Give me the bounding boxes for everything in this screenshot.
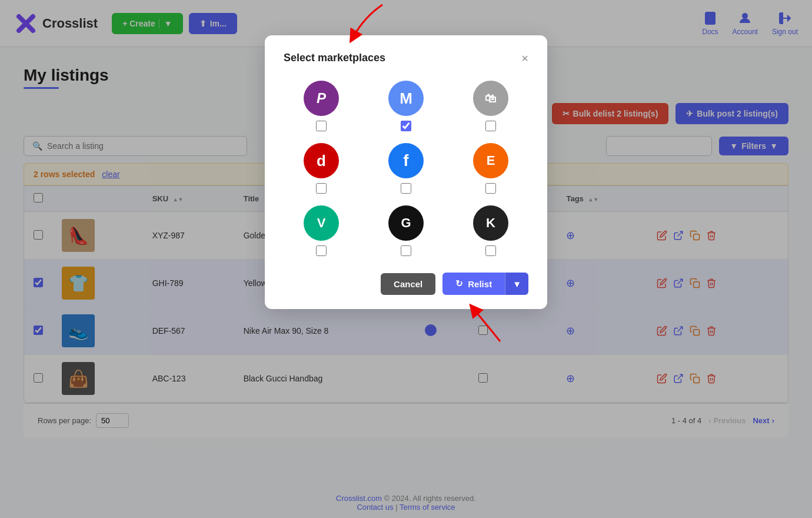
marketplace-item: 🛍 [453, 81, 528, 131]
marketplace-item: G [368, 205, 444, 256]
marketplace-logo-depop: d [304, 143, 339, 178]
marketplace-logo-mercari: M [388, 81, 424, 116]
relist-group: ↻ Relist ▼ [442, 273, 528, 295]
marketplace-grid: P M 🛍 d f E [284, 81, 528, 256]
marketplace-item: K [453, 205, 528, 256]
marketplace-checkbox-kidizen[interactable] [485, 245, 496, 256]
select-marketplaces-modal: Select marketplaces × P M 🛍 d [265, 35, 547, 309]
marketplace-checkbox-shopify[interactable] [485, 121, 496, 131]
relist-icon: ↻ [455, 278, 463, 289]
marketplace-logo-kidizen: K [473, 205, 508, 241]
red-arrow-1 [341, 0, 388, 46]
relist-dropdown-button[interactable]: ▼ [505, 273, 528, 295]
marketplace-logo-poshmark: P [304, 81, 339, 116]
marketplace-checkbox-mercari[interactable] [401, 121, 411, 131]
marketplace-logo-shopify: 🛍 [473, 81, 508, 116]
modal-title: Select marketplaces [284, 52, 385, 64]
cancel-button[interactable]: Cancel [381, 273, 435, 295]
marketplace-checkbox-vinted[interactable] [316, 245, 327, 256]
modal-overlay[interactable]: Select marketplaces × P M 🛍 d [0, 0, 812, 518]
marketplace-item: f [368, 143, 444, 194]
marketplace-item: M [368, 81, 444, 131]
marketplace-item: E [453, 143, 528, 194]
red-arrow-2 [465, 303, 512, 344]
marketplace-logo-grailed: G [388, 205, 424, 241]
marketplace-checkbox-grailed[interactable] [401, 245, 411, 256]
marketplace-checkbox-etsy[interactable] [485, 183, 496, 194]
marketplace-item: V [284, 205, 359, 256]
marketplace-logo-etsy: E [473, 143, 508, 178]
modal-close-button[interactable]: × [521, 52, 528, 64]
marketplace-logo-facebook: f [388, 143, 424, 178]
marketplace-checkbox-depop[interactable] [316, 183, 327, 194]
relist-button[interactable]: ↻ Relist [442, 273, 505, 295]
modal-footer: Cancel ↻ Relist ▼ [284, 273, 528, 295]
marketplace-item: d [284, 143, 359, 194]
marketplace-item: P [284, 81, 359, 131]
relist-label: Relist [468, 279, 492, 289]
marketplace-logo-vinted: V [304, 205, 339, 241]
modal-header: Select marketplaces × [284, 52, 528, 64]
marketplace-checkbox-facebook[interactable] [401, 183, 411, 194]
marketplace-checkbox-poshmark[interactable] [316, 121, 327, 131]
